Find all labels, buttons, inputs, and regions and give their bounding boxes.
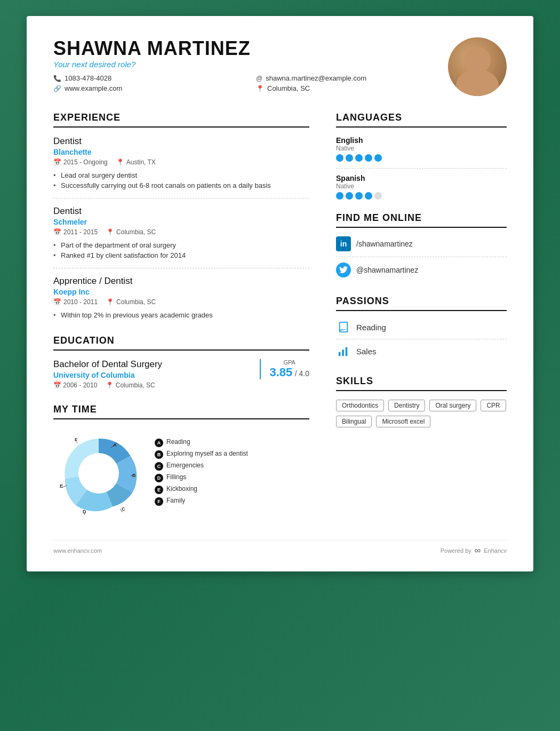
- education-left: Bachelor of Dental Surgery University of…: [53, 359, 260, 389]
- mytime-title: MY TIME: [53, 404, 309, 419]
- legend-item-f: F Family: [155, 497, 248, 506]
- job-meta-1: 📅 2015 - Ongoing 📍 Austin, TX: [53, 158, 309, 166]
- dot-es-4: [365, 192, 372, 200]
- languages-title: LANGUAGES: [336, 112, 507, 128]
- language-english: English Native: [336, 136, 507, 162]
- job-bullets-1: Lead oral surgery dentist Successfully c…: [53, 170, 309, 190]
- job-meta-2: 📅 2011 - 2015 📍 Columbia, SC: [53, 228, 309, 236]
- header-left: SHAWNA MARTINEZ Your next desired role? …: [53, 37, 448, 92]
- job-item-2: Dentist Schmeler 📅 2011 - 2015 📍 Columbi…: [53, 206, 309, 260]
- bullet-2-2: Ranked #1 by client satisfaction for 201…: [53, 250, 309, 260]
- pin-icon-3: 📍: [106, 298, 114, 306]
- pin-icon-2: 📍: [106, 228, 114, 236]
- calendar-icon-1: 📅: [53, 158, 61, 166]
- passion-sales: Sales: [336, 344, 507, 363]
- job-divider-2: [53, 268, 309, 268]
- mytime-content: A B C D E F: [53, 428, 309, 519]
- bullet-1-2: Successfully carrying out 6-8 root canal…: [53, 180, 309, 190]
- spanish-dots: [336, 192, 507, 200]
- dot-en-3: [355, 154, 363, 162]
- location-contact: 📍 Columbia, SC: [256, 84, 448, 92]
- language-spanish: Spanish Native: [336, 174, 507, 200]
- job-item-3: Apprentice / Dentist Koepp Inc 📅 2010 - …: [53, 276, 309, 320]
- svg-rect-7: [342, 349, 344, 356]
- spanish-name: Spanish: [336, 174, 507, 182]
- svg-rect-6: [339, 352, 341, 356]
- education-section: EDUCATION Bachelor of Dental Surgery Uni…: [53, 335, 309, 389]
- dot-en-1: [336, 154, 343, 162]
- job-location-3: 📍 Columbia, SC: [106, 298, 156, 306]
- dot-es-3: [355, 192, 363, 200]
- donut-chart: A B C D E F: [53, 428, 144, 519]
- brand-symbol: ∞: [475, 546, 481, 555]
- location-icon: 📍: [256, 85, 264, 92]
- calendar-icon-3: 📅: [53, 298, 61, 306]
- dot-en-4: [365, 154, 372, 162]
- skill-excel: Microsoft excel: [376, 416, 430, 427]
- book-icon: [336, 320, 351, 335]
- email-address: shawna.martinez@example.com: [266, 74, 366, 82]
- legend-letter-f: F: [155, 497, 163, 506]
- legend-text-c: Emergencies: [166, 462, 204, 469]
- label-e: E: [60, 483, 63, 489]
- legend-text-d: Fillings: [166, 473, 186, 481]
- legend-letter-c: C: [155, 462, 163, 471]
- legend-item-a: A Reading: [155, 438, 248, 447]
- website-url: www.example.com: [65, 84, 122, 92]
- email-contact: @ shawna.martinez@example.com: [256, 74, 448, 82]
- passions-title: PASSIONS: [336, 296, 507, 311]
- twitter-item: @shawnamartinez: [336, 263, 507, 283]
- passion-reading-name: Reading: [356, 323, 386, 332]
- job-location-2: 📍 Columbia, SC: [106, 228, 156, 236]
- lang-divider: [336, 168, 507, 169]
- gpa-label: GPA: [269, 359, 309, 366]
- right-column: LANGUAGES English Native Spanish Nati: [336, 112, 507, 529]
- passions-section: PASSIONS Reading Sales: [336, 296, 507, 363]
- job-meta-3: 📅 2010 - 2011 📍 Columbia, SC: [53, 298, 309, 306]
- education-title: EDUCATION: [53, 335, 309, 351]
- bullet-1-1: Lead oral surgery dentist: [53, 170, 309, 180]
- skill-orthodontics: Orthodontics: [336, 400, 384, 411]
- job-period-3: 📅 2010 - 2011: [53, 298, 98, 306]
- legend-text-b: Exploring myself as a dentist: [166, 450, 248, 457]
- legend-item-e: E Kickboxing: [155, 485, 248, 494]
- desired-role: Your next desired role?: [53, 60, 448, 69]
- job-title-2: Dentist: [53, 206, 309, 217]
- skill-bilingual: Bilingual: [336, 416, 372, 427]
- company-name-1: Blanchette: [53, 148, 309, 156]
- bullet-2-1: Part of the department of oral surgery: [53, 240, 309, 250]
- website-contact: 🔗 www.example.com: [53, 84, 245, 92]
- dot-es-5: [374, 192, 382, 200]
- legend-item-d: D Fillings: [155, 473, 248, 482]
- gpa-display: 3.85 / 4.0: [269, 366, 309, 379]
- mytime-legend: A Reading B Exploring myself as a dentis…: [155, 438, 248, 508]
- legend-text-f: Family: [166, 497, 185, 504]
- experience-section: EXPERIENCE Dentist Blanchette 📅 2015 - O…: [53, 112, 309, 320]
- resume-page: SHAWNA MARTINEZ Your next desired role? …: [27, 16, 533, 571]
- legend-text-e: Kickboxing: [166, 485, 197, 492]
- gpa-max: / 4.0: [295, 369, 309, 378]
- dot-es-1: [336, 192, 343, 200]
- footer-website: www.enhancv.com: [53, 547, 102, 554]
- job-item-1: Dentist Blanchette 📅 2015 - Ongoing 📍 Au…: [53, 136, 309, 190]
- job-title-1: Dentist: [53, 136, 309, 147]
- skill-cpr: CPR: [481, 400, 506, 411]
- spanish-level: Native: [336, 182, 507, 190]
- experience-title: EXPERIENCE: [53, 112, 309, 128]
- legend-text-a: Reading: [166, 438, 190, 446]
- page-footer: www.enhancv.com Powered by ∞ Enhancv: [53, 540, 507, 555]
- contact-info: 📞 1083-478-4028 @ shawna.martinez@exampl…: [53, 74, 448, 92]
- phone-contact: 📞 1083-478-4028: [53, 74, 245, 82]
- dot-en-2: [346, 154, 353, 162]
- label-f: F: [75, 437, 78, 442]
- location-text: Columbia, SC: [267, 84, 310, 92]
- gpa-value: 3.85: [269, 366, 292, 379]
- skill-dentistry: Dentistry: [388, 400, 425, 411]
- phone-icon: 📞: [53, 75, 61, 82]
- calendar-icon-2: 📅: [53, 228, 61, 236]
- mytime-section: MY TIME: [53, 404, 309, 519]
- linkedin-handle: /shawnamartinez: [356, 240, 413, 248]
- powered-by-text: Powered by: [441, 547, 471, 554]
- brand-name: Enhancv: [484, 547, 507, 554]
- languages-section: LANGUAGES English Native Spanish Nati: [336, 112, 507, 200]
